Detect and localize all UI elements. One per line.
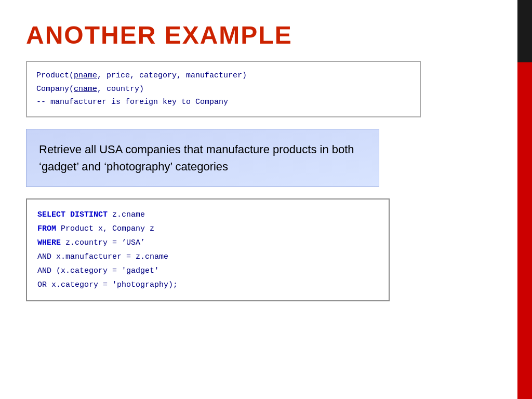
dark-top-bar xyxy=(517,0,532,62)
question-text: Retrieve all USA companies that manufact… xyxy=(39,143,354,173)
page-title: ANOTHER EXAMPLE xyxy=(26,21,494,49)
schema-company-pre: Company( xyxy=(36,85,74,94)
sql-section: SELECT DISTINCT z.cname FROM Product x, … xyxy=(26,198,494,301)
sql-line3-rest: z.country = ‘USA’ xyxy=(61,238,145,247)
schema-company-post: , country) xyxy=(97,85,144,94)
schema-cname: cname xyxy=(74,85,97,94)
schema-line2: Company(cname, country) xyxy=(36,83,410,96)
sql-line4: AND x.manufacturer = z.cname xyxy=(37,250,378,264)
schema-pname: pname xyxy=(74,71,97,80)
sql-line5: AND (x.category = 'gadget' xyxy=(37,264,378,278)
sql-line2: FROM Product x, Company z xyxy=(37,222,378,236)
sql-line2-rest: Product x, Company z xyxy=(56,224,154,233)
question-box: Retrieve all USA companies that manufact… xyxy=(26,129,379,187)
schema-line3: -- manufacturer is foreign key to Compan… xyxy=(36,96,410,109)
sql-line6: OR x.category = 'photography); xyxy=(37,278,378,292)
sql-from-keyword: FROM xyxy=(37,224,56,233)
main-content: ANOTHER EXAMPLE Product(pname, price, ca… xyxy=(0,0,520,317)
sql-line1-rest: z.cname xyxy=(108,210,145,219)
schema-product-post: , price, category, manufacturer) xyxy=(97,71,247,80)
sql-where-keyword: WHERE xyxy=(37,238,61,247)
schema-box: Product(pname, price, category, manufact… xyxy=(26,61,421,117)
schema-product-pre: Product( xyxy=(36,71,74,80)
sql-line1: SELECT DISTINCT z.cname xyxy=(37,208,378,222)
sql-line3: WHERE z.country = ‘USA’ xyxy=(37,236,378,250)
schema-line1: Product(pname, price, category, manufact… xyxy=(36,69,410,83)
sql-select-keyword: SELECT DISTINCT xyxy=(37,210,108,219)
sql-box: SELECT DISTINCT z.cname FROM Product x, … xyxy=(26,198,390,301)
